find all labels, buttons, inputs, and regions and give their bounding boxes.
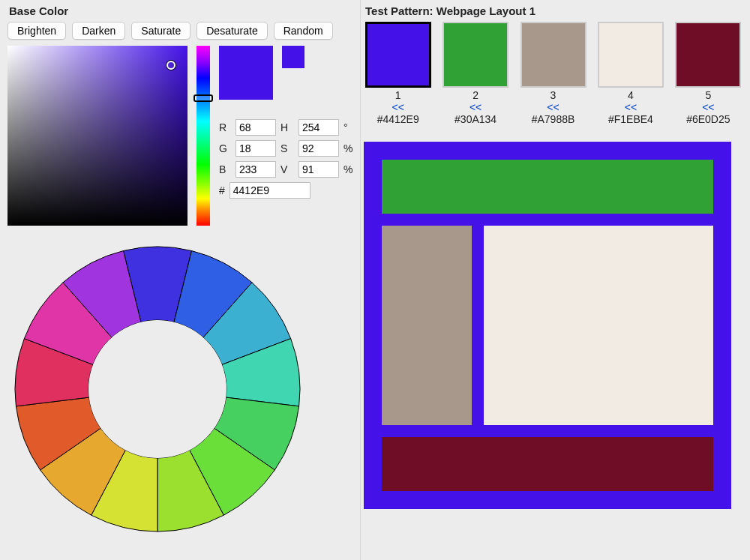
base-color-title: Base Color — [9, 4, 352, 17]
label-g: G — [219, 142, 231, 154]
layout-main — [484, 226, 713, 425]
palette-item-4: 4<<#F1EBE4 — [596, 22, 664, 125]
label-h: H — [280, 121, 294, 133]
sv-cursor-icon — [166, 61, 176, 70]
input-hex[interactable] — [230, 182, 310, 199]
palette-item-5: 5<<#6E0D25 — [674, 22, 742, 125]
palette-row: 1<<#4412E92<<#30A1343<<#A7988B4<<#F1EBE4… — [364, 22, 742, 125]
layout-preview — [364, 142, 731, 509]
palette-apply-link[interactable]: << — [441, 101, 509, 113]
input-s[interactable] — [298, 140, 339, 157]
label-r: R — [219, 121, 231, 133]
swatch-row — [219, 46, 346, 100]
palette-apply-link[interactable]: << — [674, 101, 742, 113]
input-h[interactable] — [298, 119, 339, 136]
layout-sidebar — [382, 226, 472, 425]
palette-hex: #A7988B — [519, 113, 587, 125]
layout-mid — [382, 226, 713, 425]
palette-hex: #4412E9 — [364, 113, 432, 125]
saturate-button[interactable]: Saturate — [131, 22, 190, 40]
layout-header — [382, 160, 713, 214]
palette-number: 5 — [674, 89, 742, 101]
unit-pct2: % — [344, 163, 356, 175]
palette-item-3: 3<<#A7988B — [519, 22, 587, 125]
left-panel: Base Color Brighten Darken Saturate Desa… — [0, 0, 360, 560]
palette-swatch-1[interactable] — [365, 22, 431, 88]
palette-item-2: 2<<#30A134 — [441, 22, 509, 125]
palette-swatch-3[interactable] — [520, 22, 586, 88]
palette-number: 3 — [519, 89, 587, 101]
palette-swatch-5[interactable] — [675, 22, 741, 88]
palette-apply-link[interactable]: << — [596, 101, 664, 113]
swatches-column: R H ° G S % B V % # — [219, 46, 346, 199]
svg-point-0 — [88, 320, 226, 458]
palette-number: 4 — [596, 89, 664, 101]
label-s: S — [280, 142, 294, 154]
label-v: V — [280, 163, 294, 175]
value-grid: R H ° G S % B V % # — [219, 119, 346, 199]
input-g[interactable] — [236, 140, 276, 157]
right-panel: Test Pattern: Webpage Layout 1 1<<#4412E… — [360, 0, 750, 560]
palette-number: 1 — [364, 89, 432, 101]
input-r[interactable] — [236, 119, 276, 136]
label-hash: # — [219, 184, 225, 196]
unit-deg: ° — [344, 121, 356, 133]
app-root: Base Color Brighten Darken Saturate Desa… — [0, 0, 750, 560]
unit-pct1: % — [344, 142, 356, 154]
hue-slider[interactable] — [196, 46, 210, 226]
picker-row: R H ° G S % B V % # — [8, 46, 352, 226]
adjust-buttons: Brighten Darken Saturate Desaturate Rand… — [8, 22, 352, 40]
hue-thumb-icon — [194, 94, 213, 102]
saturation-value-picker[interactable] — [8, 46, 188, 226]
palette-hex: #30A134 — [441, 113, 509, 125]
test-pattern-title: Test Pattern: Webpage Layout 1 — [365, 4, 742, 17]
color-wheel-svg — [8, 239, 308, 539]
palette-item-1: 1<<#4412E9 — [364, 22, 432, 125]
layout-inner — [382, 160, 713, 491]
palette-number: 2 — [441, 89, 509, 101]
layout-footer — [382, 437, 713, 491]
palette-apply-link[interactable]: << — [364, 101, 432, 113]
palette-apply-link[interactable]: << — [519, 101, 587, 113]
small-swatch — [282, 46, 304, 68]
palette-hex: #6E0D25 — [674, 113, 742, 125]
desaturate-button[interactable]: Desaturate — [196, 22, 267, 40]
label-b: B — [219, 163, 231, 175]
brighten-button[interactable]: Brighten — [8, 22, 66, 40]
random-button[interactable]: Random — [274, 22, 333, 40]
input-v[interactable] — [298, 161, 339, 178]
palette-hex: #F1EBE4 — [596, 113, 664, 125]
input-b[interactable] — [236, 161, 276, 178]
palette-swatch-2[interactable] — [442, 22, 508, 88]
palette-swatch-4[interactable] — [598, 22, 664, 88]
color-wheel[interactable] — [8, 239, 308, 539]
darken-button[interactable]: Darken — [72, 22, 125, 40]
main-swatch — [219, 46, 273, 100]
